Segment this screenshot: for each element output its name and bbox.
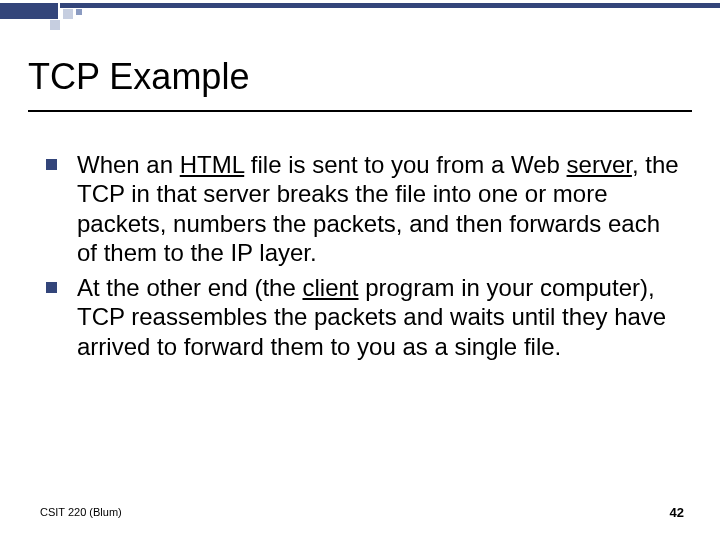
- footer-course: CSIT 220 (Blum): [40, 506, 122, 518]
- list-item: At the other end (the client program in …: [46, 273, 686, 361]
- bullet-text: When an HTML file is sent to you from a …: [77, 150, 686, 267]
- title-underline: [28, 110, 692, 112]
- slide-title: TCP Example: [28, 56, 249, 98]
- bullet-text: At the other end (the client program in …: [77, 273, 686, 361]
- bullet-icon: [46, 159, 57, 170]
- bullet-icon: [46, 282, 57, 293]
- slide-body: When an HTML file is sent to you from a …: [46, 150, 686, 367]
- footer-page-number: 42: [670, 505, 684, 520]
- slide: TCP Example When an HTML file is sent to…: [0, 0, 720, 540]
- list-item: When an HTML file is sent to you from a …: [46, 150, 686, 267]
